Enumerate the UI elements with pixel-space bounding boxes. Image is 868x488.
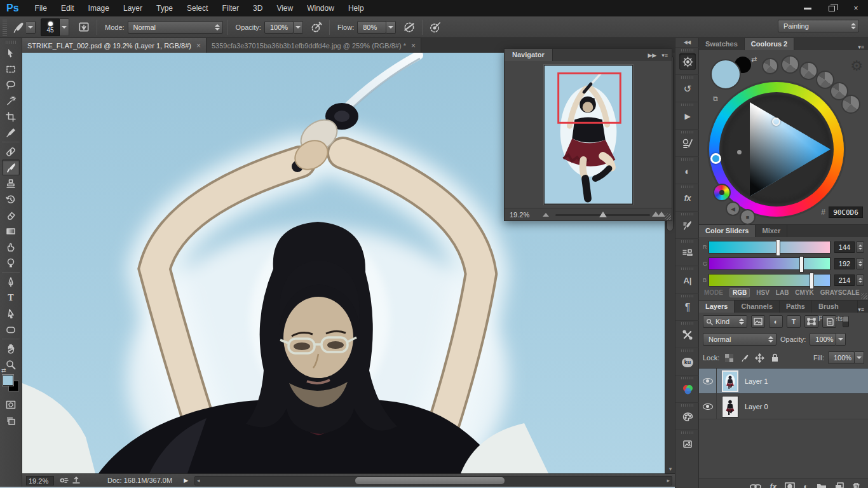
tab-layers[interactable]: Layers xyxy=(699,301,735,313)
harmony-swatch[interactable] xyxy=(799,62,818,80)
blue-stepper[interactable] xyxy=(856,274,864,286)
mode-cmyk[interactable]: CMYK xyxy=(795,289,813,296)
eraser-tool[interactable] xyxy=(2,207,20,223)
filter-adjustment-icon[interactable]: ◐ xyxy=(769,315,783,328)
menu-edit[interactable]: Edit xyxy=(54,0,81,17)
clone-stamp-tool[interactable] xyxy=(2,175,20,191)
filter-shape-icon[interactable] xyxy=(804,315,818,328)
quick-mask-button[interactable] xyxy=(2,396,20,412)
layer-name[interactable]: Layer 0 xyxy=(745,403,768,410)
marquee-tool[interactable] xyxy=(2,61,20,77)
menu-layer[interactable]: Layer xyxy=(116,0,149,17)
pen-tool[interactable] xyxy=(2,274,20,290)
collapse-panel-icon[interactable]: ▶▶ xyxy=(648,52,656,58)
dock-styles[interactable]: fx xyxy=(675,184,700,211)
square-mode-button[interactable]: ■ xyxy=(740,209,756,225)
red-slider[interactable] xyxy=(709,241,831,254)
zoom-out-icon[interactable] xyxy=(543,213,549,217)
screen-mode-button[interactable] xyxy=(2,412,20,428)
eyedropper-tool[interactable] xyxy=(2,125,20,140)
restore-button[interactable] xyxy=(820,0,844,17)
dock-tool-presets[interactable] xyxy=(675,129,700,156)
navigator-tab[interactable]: Navigator xyxy=(505,49,553,61)
visibility-cell[interactable] xyxy=(699,394,717,419)
menu-image[interactable]: Image xyxy=(81,0,116,17)
layer-fill-dropdown[interactable] xyxy=(855,351,864,364)
new-layer-icon[interactable] xyxy=(835,482,844,488)
triangle-selector[interactable] xyxy=(772,118,780,126)
dock-clone-source[interactable] xyxy=(675,238,700,266)
filter-image-icon[interactable] xyxy=(751,315,765,328)
opacity-dropdown[interactable] xyxy=(294,21,303,34)
dodge-tool[interactable] xyxy=(2,255,20,271)
dock-actions[interactable]: ▶ xyxy=(675,102,700,129)
filter-smart-object-icon[interactable] xyxy=(822,315,836,328)
airbrush-mode-icon[interactable] xyxy=(401,19,417,36)
navigator-zoom-field[interactable]: 19.2% xyxy=(505,211,538,219)
workspace-select[interactable]: Painting xyxy=(778,20,859,32)
layer-name[interactable]: Layer 1 xyxy=(745,377,768,385)
brush-preset-dropdown[interactable] xyxy=(26,21,36,34)
green-slider-thumb[interactable] xyxy=(799,256,804,273)
link-layers-icon[interactable] xyxy=(750,482,761,488)
swap-colors-icon[interactable]: ⇄ xyxy=(1,367,6,374)
blue-value-field[interactable]: 214 xyxy=(834,274,855,286)
gradient-tool[interactable] xyxy=(2,223,20,239)
navigator-thumbnail[interactable] xyxy=(544,65,633,205)
new-group-icon[interactable] xyxy=(817,482,827,488)
history-brush-tool[interactable] xyxy=(2,191,20,207)
mini-bridge-icon[interactable] xyxy=(59,476,69,485)
menu-filter[interactable]: Filter xyxy=(215,0,246,17)
dock-color[interactable] xyxy=(675,375,700,402)
status-zoom-field[interactable]: 19.2% xyxy=(26,476,54,485)
wheel-mode-button[interactable]: ◀ xyxy=(726,201,740,216)
navigator-zoom-slider[interactable] xyxy=(538,208,672,220)
scroll-down-icon[interactable]: ▾ xyxy=(665,466,675,472)
close-button[interactable]: × xyxy=(844,0,868,17)
mode-lab[interactable]: LAB xyxy=(776,289,789,296)
layer-filter-kind-select[interactable]: Kind xyxy=(703,315,747,328)
export-icon[interactable] xyxy=(72,476,82,485)
opacity-select[interactable]: 100% xyxy=(264,21,294,34)
mode-hsv[interactable]: HSV xyxy=(756,289,770,296)
mode-rgb[interactable]: RGB xyxy=(729,288,750,297)
green-slider[interactable] xyxy=(709,257,831,270)
tab-swatches[interactable]: Swatches xyxy=(699,38,745,50)
dock-character[interactable]: A| xyxy=(675,266,700,293)
brush-tool[interactable] xyxy=(2,159,20,175)
tab-jpg-document[interactable]: 5359cfa3e37015ba36b3b1efb9ddfd4e.jpg @ 2… xyxy=(207,38,421,53)
flow-select[interactable]: 80% xyxy=(357,21,386,34)
quick-selection-tool[interactable] xyxy=(2,93,20,109)
dock-paragraph[interactable]: ¶ xyxy=(675,293,700,320)
panel-menu-icon[interactable]: ▾≡ xyxy=(661,52,668,58)
zoom-slider-thumb[interactable] xyxy=(599,212,607,217)
shape-tool[interactable] xyxy=(2,322,20,337)
panel-resize-grip[interactable] xyxy=(861,293,867,299)
crop-tool[interactable] xyxy=(2,109,20,125)
menu-help[interactable]: Help xyxy=(341,0,371,17)
tab-paths[interactable]: Paths xyxy=(780,301,812,313)
tab-mixer[interactable]: Mixer xyxy=(756,225,787,237)
blue-slider-thumb[interactable] xyxy=(810,273,814,289)
dock-kuler[interactable]: ku xyxy=(675,348,700,375)
dock-adjustments[interactable]: ◐ xyxy=(675,156,700,184)
layer-opacity-select[interactable]: 100% xyxy=(810,333,836,346)
path-selection-tool[interactable] xyxy=(2,306,20,322)
status-popup-icon[interactable]: ▶ xyxy=(184,477,188,484)
green-value-field[interactable]: 192 xyxy=(834,258,855,269)
layer-row-layer0[interactable]: Layer 0 xyxy=(699,394,868,419)
tab-brush-presets[interactable]: Brush Presets xyxy=(812,301,858,313)
flow-dropdown[interactable] xyxy=(386,21,396,34)
brush-size-dropdown[interactable] xyxy=(60,18,69,36)
hue-ring-selector[interactable] xyxy=(710,153,721,164)
add-mask-icon[interactable] xyxy=(785,482,795,488)
harmony-swatch[interactable] xyxy=(841,95,860,114)
move-tool[interactable] xyxy=(2,45,20,61)
brush-tool-preset-icon[interactable] xyxy=(10,19,26,36)
scroll-left-icon[interactable]: ◂ xyxy=(197,477,200,484)
foreground-color-swatch[interactable] xyxy=(3,375,13,386)
swap-colors-icon[interactable]: ⇄ xyxy=(751,55,757,64)
dock-history[interactable]: ↺ xyxy=(675,74,700,102)
tab-close-icon[interactable]: × xyxy=(411,41,416,50)
expand-dock-icon[interactable]: ◀◀ xyxy=(675,38,698,47)
